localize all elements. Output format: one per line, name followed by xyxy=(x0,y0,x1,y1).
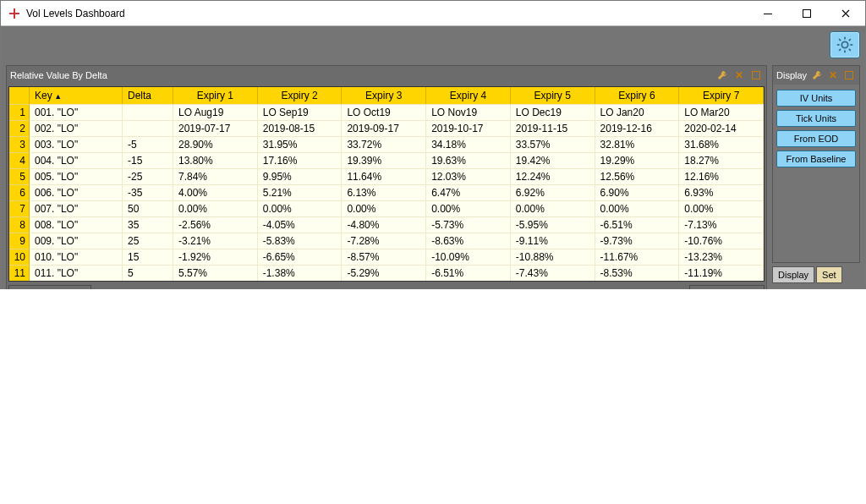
row-number[interactable]: 10 xyxy=(9,249,30,265)
row-number[interactable]: 1 xyxy=(9,104,30,120)
cell-expiry-7[interactable]: -13.23% xyxy=(679,249,764,265)
row-number[interactable]: 5 xyxy=(9,168,30,184)
data-grid[interactable]: KeyDeltaExpiry 1Expiry 2Expiry 3Expiry 4… xyxy=(8,86,765,282)
cell-expiry-1[interactable]: -2.56% xyxy=(173,216,258,233)
cell-expiry-6[interactable]: 2019-12-16 xyxy=(595,120,680,136)
cell-delta[interactable]: -35 xyxy=(123,184,173,200)
cell-expiry-4[interactable]: -6.51% xyxy=(426,265,511,281)
column-header-key[interactable]: Key xyxy=(30,87,123,104)
cell-expiry-4[interactable]: -8.63% xyxy=(426,233,511,249)
cell-delta[interactable]: 15 xyxy=(123,249,173,265)
cell-expiry-3[interactable]: 2019-09-17 xyxy=(342,120,426,136)
cell-expiry-1[interactable]: 7.84% xyxy=(173,168,258,184)
row-number[interactable]: 2 xyxy=(9,120,30,136)
cell-delta[interactable]: 35 xyxy=(123,216,173,233)
cell-expiry-2[interactable]: -4.05% xyxy=(258,216,343,233)
column-header-expiry-6[interactable]: Expiry 6 xyxy=(595,87,680,104)
cell-key[interactable]: 010. "LO" xyxy=(30,249,123,265)
cell-delta[interactable]: -5 xyxy=(123,136,173,152)
cell-expiry-2[interactable]: -1.38% xyxy=(258,265,343,281)
cell-expiry-2[interactable]: 0.00% xyxy=(258,200,343,216)
cell-expiry-6[interactable]: -9.73% xyxy=(595,233,680,249)
wrench-icon[interactable] xyxy=(715,68,729,82)
side-tab-set[interactable]: Set xyxy=(816,266,842,283)
cell-delta[interactable]: 50 xyxy=(123,200,173,216)
row-number[interactable]: 9 xyxy=(9,233,30,249)
cell-expiry-2[interactable]: LO Sep19 xyxy=(258,104,343,120)
column-header-delta[interactable]: Delta xyxy=(123,87,173,104)
cell-expiry-5[interactable]: LO Dec19 xyxy=(511,104,595,120)
cell-expiry-4[interactable]: 0.00% xyxy=(426,200,511,216)
cell-expiry-7[interactable]: 18.27% xyxy=(679,152,764,168)
settings-button[interactable] xyxy=(830,31,860,58)
close-panel-icon[interactable]: ✕ xyxy=(826,68,839,82)
wrench-icon[interactable] xyxy=(810,68,823,82)
display-option-tick-units[interactable]: Tick Units xyxy=(776,110,856,127)
cell-key[interactable]: 006. "LO" xyxy=(30,184,123,200)
cell-expiry-3[interactable]: LO Oct19 xyxy=(342,104,426,120)
cell-expiry-7[interactable]: -10.76% xyxy=(679,233,764,249)
column-header-expiry-3[interactable]: Expiry 3 xyxy=(342,87,426,104)
cell-delta[interactable] xyxy=(123,120,173,136)
row-number[interactable]: 4 xyxy=(9,152,30,168)
cell-expiry-1[interactable]: -3.21% xyxy=(173,233,258,249)
cell-delta[interactable] xyxy=(123,104,173,120)
row-number[interactable]: 11 xyxy=(9,265,30,281)
cell-expiry-2[interactable]: 5.21% xyxy=(258,184,343,200)
cell-expiry-6[interactable]: 0.00% xyxy=(595,200,680,216)
cell-expiry-1[interactable]: 13.80% xyxy=(173,152,258,168)
cell-expiry-5[interactable]: 6.92% xyxy=(511,184,595,200)
cell-delta[interactable]: -25 xyxy=(123,168,173,184)
cell-expiry-6[interactable]: -6.51% xyxy=(595,216,680,233)
cell-expiry-3[interactable]: 33.72% xyxy=(342,136,426,152)
cell-expiry-1[interactable]: 2019-07-17 xyxy=(173,120,258,136)
cell-expiry-4[interactable]: 12.03% xyxy=(426,168,511,184)
cell-expiry-3[interactable]: 6.13% xyxy=(342,184,426,200)
row-number[interactable]: 6 xyxy=(9,184,30,200)
close-button[interactable] xyxy=(826,1,865,26)
cell-key[interactable]: 004. "LO" xyxy=(30,152,123,168)
cell-key[interactable]: 009. "LO" xyxy=(30,233,123,249)
column-header-expiry-1[interactable]: Expiry 1 xyxy=(173,87,258,104)
cell-expiry-3[interactable]: 11.64% xyxy=(342,168,426,184)
cell-expiry-7[interactable]: LO Mar20 xyxy=(679,104,764,120)
cell-expiry-6[interactable]: -11.67% xyxy=(595,249,680,265)
column-header-expiry-7[interactable]: Expiry 7 xyxy=(679,87,764,104)
cell-expiry-1[interactable]: 28.90% xyxy=(173,136,258,152)
cell-expiry-5[interactable]: 12.24% xyxy=(511,168,595,184)
cell-expiry-7[interactable]: -7.13% xyxy=(679,216,764,233)
column-header-rownum[interactable] xyxy=(9,87,30,104)
cell-expiry-6[interactable]: 6.90% xyxy=(595,184,680,200)
cell-key[interactable]: 001. "LO" xyxy=(30,104,123,120)
column-header-expiry-5[interactable]: Expiry 5 xyxy=(511,87,595,104)
cell-key[interactable]: 011. "LO" xyxy=(30,265,123,281)
cell-key[interactable]: 002. "LO" xyxy=(30,120,123,136)
cell-expiry-6[interactable]: 19.29% xyxy=(595,152,680,168)
restore-panel-icon[interactable] xyxy=(843,68,856,82)
cell-delta[interactable]: 25 xyxy=(123,233,173,249)
cell-expiry-2[interactable]: 2019-08-15 xyxy=(258,120,343,136)
cell-expiry-2[interactable]: 31.95% xyxy=(258,136,343,152)
cell-expiry-1[interactable]: -1.92% xyxy=(173,249,258,265)
display-option-from-eod[interactable]: From EOD xyxy=(776,130,856,147)
cell-expiry-4[interactable]: 6.47% xyxy=(426,184,511,200)
cell-expiry-7[interactable]: 12.16% xyxy=(679,168,764,184)
cell-expiry-1[interactable]: 0.00% xyxy=(173,200,258,216)
cell-expiry-2[interactable]: 9.95% xyxy=(258,168,343,184)
cell-expiry-5[interactable]: -7.43% xyxy=(511,265,595,281)
cell-expiry-1[interactable]: 4.00% xyxy=(173,184,258,200)
display-option-from-baseline[interactable]: From Baseline xyxy=(776,151,856,167)
cell-expiry-3[interactable]: -8.57% xyxy=(342,249,426,265)
cell-key[interactable]: 007. "LO" xyxy=(30,200,123,216)
row-number[interactable]: 8 xyxy=(9,216,30,233)
cell-expiry-7[interactable]: 2020-02-14 xyxy=(679,120,764,136)
cell-expiry-7[interactable]: 6.93% xyxy=(679,184,764,200)
cell-expiry-7[interactable]: 31.68% xyxy=(679,136,764,152)
cell-expiry-3[interactable]: 19.39% xyxy=(342,152,426,168)
cell-expiry-3[interactable]: 0.00% xyxy=(342,200,426,216)
cell-key[interactable]: 005. "LO" xyxy=(30,168,123,184)
close-panel-icon[interactable]: ✕ xyxy=(732,68,746,82)
cell-expiry-2[interactable]: 17.16% xyxy=(258,152,343,168)
column-header-expiry-2[interactable]: Expiry 2 xyxy=(258,87,343,104)
discard-changes-button[interactable]: Discard Changes xyxy=(8,285,91,289)
